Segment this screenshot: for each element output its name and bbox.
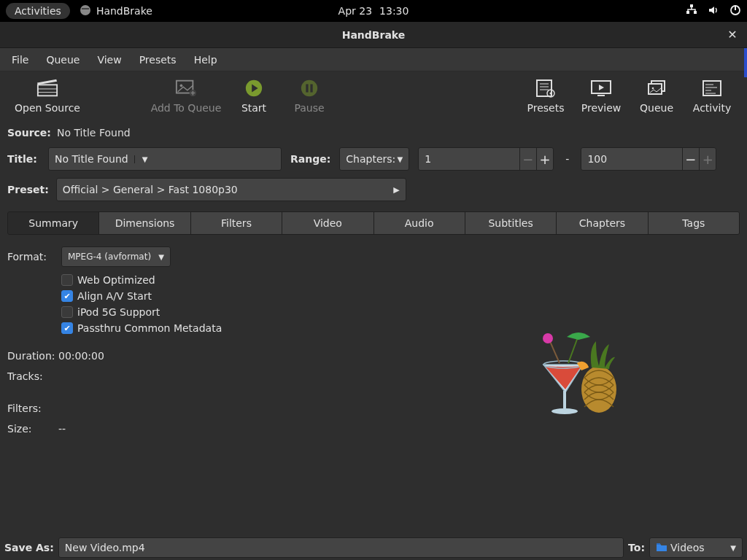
duration-value: 00:00:00	[58, 350, 104, 362]
svg-point-22	[550, 93, 552, 95]
volume-icon[interactable]	[708, 4, 719, 18]
add-image-icon	[174, 79, 198, 98]
svg-point-0	[80, 5, 90, 15]
range-from-spinbox[interactable]: − +	[418, 147, 554, 171]
svg-point-14	[301, 80, 317, 96]
checkbox-icon	[61, 274, 73, 286]
decoration	[744, 48, 747, 77]
close-button[interactable]: ✕	[725, 28, 740, 42]
svg-line-37	[549, 340, 560, 363]
destination-dropdown[interactable]: Videos ▼	[649, 537, 743, 558]
preset-label: Preset:	[7, 184, 49, 195]
menu-file[interactable]: File	[3, 50, 37, 70]
preset-row: Preset: Official > General > Fast 1080p3…	[0, 174, 747, 209]
svg-point-11	[180, 84, 183, 87]
plus-button: +	[699, 148, 716, 170]
svg-rect-16	[310, 84, 312, 92]
svg-point-38	[543, 333, 553, 343]
checkbox-label: Align A/V Start	[77, 290, 152, 302]
clock[interactable]: Apr 23 13:30	[338, 5, 409, 17]
size-label: Size:	[7, 423, 51, 435]
format-dropdown[interactable]: MPEG-4 (avformat) ▼	[61, 246, 171, 267]
range-to-spinbox[interactable]: − +	[581, 147, 716, 171]
activity-button[interactable]: Activity	[684, 79, 740, 114]
svg-rect-17	[537, 80, 551, 96]
duration-label: Duration:	[7, 350, 51, 362]
toolbar-label: Presets	[527, 102, 565, 114]
activities-button[interactable]: Activities	[6, 3, 70, 19]
tab-subtitles[interactable]: Subtitles	[465, 212, 557, 234]
source-label: Source:	[7, 127, 51, 139]
svg-rect-3	[686, 11, 689, 14]
to-label: To:	[628, 542, 645, 553]
checkbox-label: Web Optimized	[77, 274, 155, 286]
save-as-input-wrapper	[58, 537, 624, 558]
presets-icon	[533, 79, 558, 98]
preset-value: Official > General > Fast 1080p30	[63, 184, 238, 195]
network-icon[interactable]	[686, 4, 697, 18]
window-title: HandBrake	[342, 29, 406, 41]
pause-icon	[297, 79, 322, 98]
chevron-down-icon: ▼	[398, 155, 403, 163]
add-to-queue-button: Add To Queue	[146, 79, 226, 114]
tab-tags[interactable]: Tags	[649, 212, 739, 234]
summary-pane: Format: MPEG-4 (avformat) ▼ Web Optimize…	[0, 235, 747, 442]
source-value: No Title Found	[57, 127, 131, 139]
preview-placeholder	[416, 246, 740, 435]
toolbar-label: Activity	[693, 102, 731, 114]
tab-dimensions[interactable]: Dimensions	[99, 212, 190, 234]
range-from-input[interactable]	[419, 148, 519, 170]
ipod-checkbox[interactable]: iPod 5G Support	[61, 306, 416, 318]
size-value: --	[58, 423, 66, 435]
title-value: No Title Found	[55, 153, 128, 165]
menu-view[interactable]: View	[88, 50, 130, 70]
open-source-button[interactable]: Open Source	[7, 79, 88, 114]
start-button[interactable]: Start	[226, 79, 282, 114]
handbrake-logo-icon	[523, 327, 632, 424]
app-menu[interactable]: HandBrake	[79, 4, 152, 19]
menu-presets[interactable]: Presets	[131, 50, 185, 70]
range-dash: -	[562, 153, 572, 165]
film-clapper-icon	[35, 79, 60, 98]
power-icon[interactable]	[729, 4, 741, 18]
menu-help[interactable]: Help	[185, 50, 226, 70]
chevron-down-icon: ▼	[134, 155, 148, 163]
tab-filters[interactable]: Filters	[191, 212, 282, 234]
tab-summary[interactable]: Summary	[8, 212, 99, 234]
range-label: Range:	[290, 153, 330, 165]
plus-button[interactable]: +	[536, 148, 553, 170]
preset-dropdown[interactable]: Official > General > Fast 1080p30 ▶	[56, 178, 406, 201]
triangle-right-icon: ▶	[393, 185, 399, 195]
title-row: Title: No Title Found ▼ Range: Chapters:…	[0, 141, 747, 174]
range-mode-value: Chapters:	[346, 153, 395, 165]
queue-button[interactable]: Queue	[629, 79, 684, 114]
tab-chapters[interactable]: Chapters	[557, 212, 648, 234]
filters-info-label: Filters:	[7, 402, 51, 414]
desktop-top-bar: Activities HandBrake Apr 23 13:30	[0, 0, 747, 22]
activity-log-icon	[700, 79, 724, 98]
range-mode-dropdown[interactable]: Chapters: ▼	[339, 147, 409, 171]
toolbar-label: Add To Queue	[151, 102, 222, 114]
app-menu-label: HandBrake	[96, 5, 152, 17]
tab-video[interactable]: Video	[282, 212, 374, 234]
preview-icon	[589, 79, 614, 98]
passthru-checkbox[interactable]: ✔ Passthru Common Metadata	[61, 322, 416, 334]
svg-rect-1	[82, 8, 89, 9]
align-av-checkbox[interactable]: ✔ Align A/V Start	[61, 290, 416, 302]
preview-button[interactable]: Preview	[573, 79, 629, 114]
save-as-input[interactable]	[59, 538, 623, 557]
toolbar-label: Queue	[640, 102, 673, 114]
menu-queue[interactable]: Queue	[37, 50, 88, 70]
minus-button: −	[519, 148, 536, 170]
minus-button[interactable]: −	[682, 148, 699, 170]
web-optimized-checkbox[interactable]: Web Optimized	[61, 274, 416, 286]
presets-button[interactable]: Presets	[518, 79, 573, 114]
tab-audio[interactable]: Audio	[374, 212, 465, 234]
range-to-input[interactable]	[581, 148, 681, 170]
svg-rect-35	[563, 391, 566, 408]
title-dropdown[interactable]: No Title Found ▼	[48, 147, 282, 171]
checkbox-icon: ✔	[61, 290, 73, 302]
folder-icon	[656, 542, 670, 554]
time-text: 13:30	[379, 5, 409, 17]
format-value: MPEG-4 (avformat)	[68, 252, 151, 262]
